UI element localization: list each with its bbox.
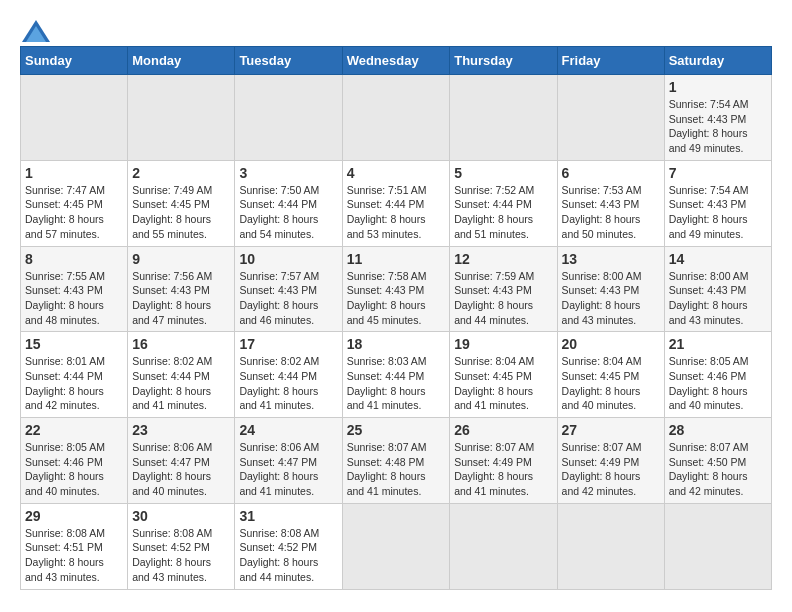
day-info: Sunrise: 8:05 AMSunset: 4:46 PMDaylight:… — [669, 354, 767, 413]
calendar-cell: 23Sunrise: 8:06 AMSunset: 4:47 PMDayligh… — [128, 418, 235, 504]
week-row-1: 1Sunrise: 7:54 AMSunset: 4:43 PMDaylight… — [21, 75, 772, 161]
day-info: Sunrise: 7:54 AMSunset: 4:43 PMDaylight:… — [669, 183, 767, 242]
day-info: Sunrise: 7:51 AMSunset: 4:44 PMDaylight:… — [347, 183, 446, 242]
week-row-6: 29Sunrise: 8:08 AMSunset: 4:51 PMDayligh… — [21, 503, 772, 589]
day-number: 1 — [25, 165, 123, 181]
calendar-cell — [128, 75, 235, 161]
day-info: Sunrise: 8:08 AMSunset: 4:52 PMDaylight:… — [132, 526, 230, 585]
day-number: 4 — [347, 165, 446, 181]
day-number: 9 — [132, 251, 230, 267]
day-number: 11 — [347, 251, 446, 267]
header — [20, 20, 772, 36]
calendar-cell: 7Sunrise: 7:54 AMSunset: 4:43 PMDaylight… — [664, 160, 771, 246]
calendar-cell: 12Sunrise: 7:59 AMSunset: 4:43 PMDayligh… — [450, 246, 557, 332]
day-number: 13 — [562, 251, 660, 267]
day-info: Sunrise: 8:01 AMSunset: 4:44 PMDaylight:… — [25, 354, 123, 413]
day-info: Sunrise: 8:07 AMSunset: 4:48 PMDaylight:… — [347, 440, 446, 499]
col-header-sunday: Sunday — [21, 47, 128, 75]
day-info: Sunrise: 8:06 AMSunset: 4:47 PMDaylight:… — [239, 440, 337, 499]
day-number: 15 — [25, 336, 123, 352]
calendar-cell — [450, 503, 557, 589]
calendar-cell: 3Sunrise: 7:50 AMSunset: 4:44 PMDaylight… — [235, 160, 342, 246]
col-header-thursday: Thursday — [450, 47, 557, 75]
calendar-cell — [342, 75, 450, 161]
calendar-cell: 16Sunrise: 8:02 AMSunset: 4:44 PMDayligh… — [128, 332, 235, 418]
day-info: Sunrise: 7:59 AMSunset: 4:43 PMDaylight:… — [454, 269, 552, 328]
calendar-cell: 25Sunrise: 8:07 AMSunset: 4:48 PMDayligh… — [342, 418, 450, 504]
calendar-table: SundayMondayTuesdayWednesdayThursdayFrid… — [20, 46, 772, 590]
day-number: 29 — [25, 508, 123, 524]
calendar-cell — [557, 503, 664, 589]
calendar-cell: 5Sunrise: 7:52 AMSunset: 4:44 PMDaylight… — [450, 160, 557, 246]
week-row-4: 15Sunrise: 8:01 AMSunset: 4:44 PMDayligh… — [21, 332, 772, 418]
day-info: Sunrise: 8:02 AMSunset: 4:44 PMDaylight:… — [239, 354, 337, 413]
calendar-cell: 13Sunrise: 8:00 AMSunset: 4:43 PMDayligh… — [557, 246, 664, 332]
day-number: 23 — [132, 422, 230, 438]
day-number: 1 — [669, 79, 767, 95]
calendar-cell: 17Sunrise: 8:02 AMSunset: 4:44 PMDayligh… — [235, 332, 342, 418]
calendar-cell — [342, 503, 450, 589]
day-number: 27 — [562, 422, 660, 438]
calendar-cell: 29Sunrise: 8:08 AMSunset: 4:51 PMDayligh… — [21, 503, 128, 589]
day-info: Sunrise: 7:53 AMSunset: 4:43 PMDaylight:… — [562, 183, 660, 242]
calendar-cell: 9Sunrise: 7:56 AMSunset: 4:43 PMDaylight… — [128, 246, 235, 332]
calendar-cell: 21Sunrise: 8:05 AMSunset: 4:46 PMDayligh… — [664, 332, 771, 418]
day-number: 2 — [132, 165, 230, 181]
day-info: Sunrise: 8:08 AMSunset: 4:51 PMDaylight:… — [25, 526, 123, 585]
day-number: 6 — [562, 165, 660, 181]
day-info: Sunrise: 8:05 AMSunset: 4:46 PMDaylight:… — [25, 440, 123, 499]
day-info: Sunrise: 8:06 AMSunset: 4:47 PMDaylight:… — [132, 440, 230, 499]
day-number: 20 — [562, 336, 660, 352]
day-info: Sunrise: 8:07 AMSunset: 4:50 PMDaylight:… — [669, 440, 767, 499]
day-number: 28 — [669, 422, 767, 438]
calendar-cell: 19Sunrise: 8:04 AMSunset: 4:45 PMDayligh… — [450, 332, 557, 418]
day-info: Sunrise: 8:07 AMSunset: 4:49 PMDaylight:… — [562, 440, 660, 499]
day-number: 30 — [132, 508, 230, 524]
day-info: Sunrise: 8:03 AMSunset: 4:44 PMDaylight:… — [347, 354, 446, 413]
day-info: Sunrise: 7:56 AMSunset: 4:43 PMDaylight:… — [132, 269, 230, 328]
day-number: 3 — [239, 165, 337, 181]
calendar-cell: 26Sunrise: 8:07 AMSunset: 4:49 PMDayligh… — [450, 418, 557, 504]
day-info: Sunrise: 7:52 AMSunset: 4:44 PMDaylight:… — [454, 183, 552, 242]
day-number: 12 — [454, 251, 552, 267]
day-number: 22 — [25, 422, 123, 438]
day-number: 8 — [25, 251, 123, 267]
calendar-cell: 10Sunrise: 7:57 AMSunset: 4:43 PMDayligh… — [235, 246, 342, 332]
day-number: 7 — [669, 165, 767, 181]
calendar-cell: 2Sunrise: 7:49 AMSunset: 4:45 PMDaylight… — [128, 160, 235, 246]
day-info: Sunrise: 8:08 AMSunset: 4:52 PMDaylight:… — [239, 526, 337, 585]
day-number: 19 — [454, 336, 552, 352]
calendar-cell: 31Sunrise: 8:08 AMSunset: 4:52 PMDayligh… — [235, 503, 342, 589]
calendar-cell: 6Sunrise: 7:53 AMSunset: 4:43 PMDaylight… — [557, 160, 664, 246]
day-number: 21 — [669, 336, 767, 352]
day-number: 25 — [347, 422, 446, 438]
calendar-cell: 27Sunrise: 8:07 AMSunset: 4:49 PMDayligh… — [557, 418, 664, 504]
day-number: 17 — [239, 336, 337, 352]
calendar-cell: 24Sunrise: 8:06 AMSunset: 4:47 PMDayligh… — [235, 418, 342, 504]
calendar-cell: 20Sunrise: 8:04 AMSunset: 4:45 PMDayligh… — [557, 332, 664, 418]
day-number: 14 — [669, 251, 767, 267]
calendar-cell: 18Sunrise: 8:03 AMSunset: 4:44 PMDayligh… — [342, 332, 450, 418]
calendar-cell: 30Sunrise: 8:08 AMSunset: 4:52 PMDayligh… — [128, 503, 235, 589]
day-info: Sunrise: 7:49 AMSunset: 4:45 PMDaylight:… — [132, 183, 230, 242]
calendar-cell — [664, 503, 771, 589]
day-info: Sunrise: 8:07 AMSunset: 4:49 PMDaylight:… — [454, 440, 552, 499]
day-info: Sunrise: 8:04 AMSunset: 4:45 PMDaylight:… — [454, 354, 552, 413]
week-row-2: 1Sunrise: 7:47 AMSunset: 4:45 PMDaylight… — [21, 160, 772, 246]
calendar-cell: 15Sunrise: 8:01 AMSunset: 4:44 PMDayligh… — [21, 332, 128, 418]
logo — [20, 20, 50, 36]
calendar-cell: 28Sunrise: 8:07 AMSunset: 4:50 PMDayligh… — [664, 418, 771, 504]
week-row-3: 8Sunrise: 7:55 AMSunset: 4:43 PMDaylight… — [21, 246, 772, 332]
calendar-cell: 1Sunrise: 7:54 AMSunset: 4:43 PMDaylight… — [664, 75, 771, 161]
calendar-cell — [21, 75, 128, 161]
calendar-cell: 11Sunrise: 7:58 AMSunset: 4:43 PMDayligh… — [342, 246, 450, 332]
day-info: Sunrise: 7:50 AMSunset: 4:44 PMDaylight:… — [239, 183, 337, 242]
calendar-cell: 22Sunrise: 8:05 AMSunset: 4:46 PMDayligh… — [21, 418, 128, 504]
col-header-wednesday: Wednesday — [342, 47, 450, 75]
day-info: Sunrise: 7:54 AMSunset: 4:43 PMDaylight:… — [669, 97, 767, 156]
col-header-friday: Friday — [557, 47, 664, 75]
day-number: 18 — [347, 336, 446, 352]
week-row-5: 22Sunrise: 8:05 AMSunset: 4:46 PMDayligh… — [21, 418, 772, 504]
day-info: Sunrise: 8:02 AMSunset: 4:44 PMDaylight:… — [132, 354, 230, 413]
col-header-monday: Monday — [128, 47, 235, 75]
